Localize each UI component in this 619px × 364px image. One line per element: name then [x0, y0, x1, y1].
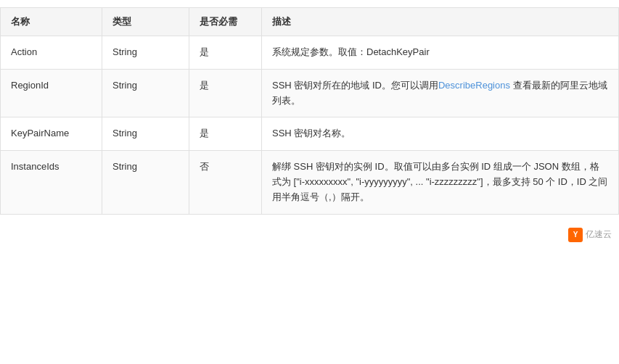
table-container: 名称 类型 是否必需 描述 ActionString是系统规定参数。取值：Det…: [0, 0, 619, 222]
cell-type: String: [102, 36, 189, 70]
table-header-row: 名称 类型 是否必需 描述: [1, 8, 619, 36]
cell-type: String: [102, 151, 189, 214]
header-type: 类型: [102, 8, 189, 36]
logo-text: 亿速云: [586, 228, 612, 241]
cell-required: 否: [189, 151, 262, 214]
logo-icon: Y: [568, 228, 583, 242]
description-link[interactable]: DescribeRegions: [438, 80, 510, 91]
cell-description: SSH 密钥对名称。: [262, 117, 619, 151]
header-required: 是否必需: [189, 8, 262, 36]
cell-name: RegionId: [1, 69, 102, 117]
header-description: 描述: [262, 8, 619, 36]
cell-required: 是: [189, 117, 262, 151]
cell-name: KeyPairName: [1, 117, 102, 151]
table-row: RegionIdString是SSH 密钥对所在的地域 ID。您可以调用Desc…: [1, 69, 619, 117]
cell-type: String: [102, 69, 189, 117]
footer: Y 亿速云: [0, 222, 619, 248]
cell-description: 系统规定参数。取值：DetachKeyPair: [262, 36, 619, 70]
footer-logo: Y 亿速云: [568, 228, 612, 242]
table-row: KeyPairNameString是SSH 密钥对名称。: [1, 117, 619, 151]
cell-type: String: [102, 117, 189, 151]
cell-description: 解绑 SSH 密钥对的实例 ID。取值可以由多台实例 ID 组成一个 JSON …: [262, 151, 619, 214]
cell-required: 是: [189, 69, 262, 117]
cell-name: Action: [1, 36, 102, 70]
cell-name: InstanceIds: [1, 151, 102, 214]
table-row: ActionString是系统规定参数。取值：DetachKeyPair: [1, 36, 619, 70]
cell-description: SSH 密钥对所在的地域 ID。您可以调用DescribeRegions 查看最…: [262, 69, 619, 117]
header-name: 名称: [1, 8, 102, 36]
table-row: InstanceIdsString否解绑 SSH 密钥对的实例 ID。取值可以由…: [1, 151, 619, 214]
params-table: 名称 类型 是否必需 描述 ActionString是系统规定参数。取值：Det…: [0, 7, 619, 215]
cell-required: 是: [189, 36, 262, 70]
